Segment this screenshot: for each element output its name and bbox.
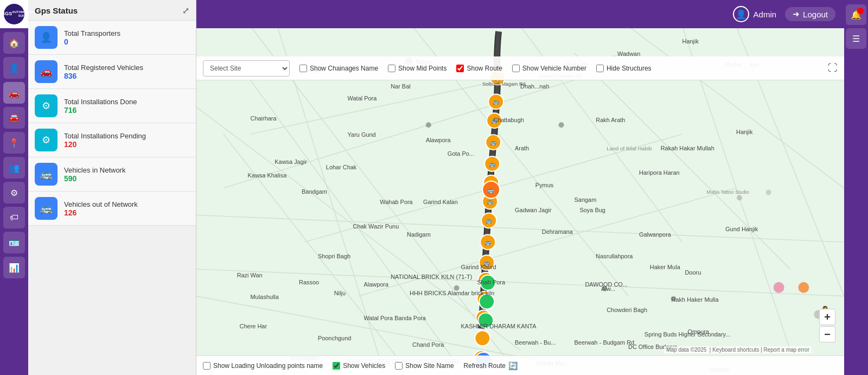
- svg-text:Yaru Gund: Yaru Gund: [348, 131, 376, 138]
- show-site-name-label[interactable]: Show Site Name: [395, 362, 454, 370]
- show-vehicles-label[interactable]: Show Vehicles: [333, 362, 385, 370]
- sidebar-icon-report[interactable]: 📊: [3, 257, 25, 278]
- right-icon-bell[interactable]: 🔔: [846, 4, 866, 25]
- svg-point-119: [671, 296, 676, 302]
- svg-text:🚌: 🚌: [487, 186, 495, 194]
- svg-text:Gund Hanjik: Gund Hanjik: [725, 226, 758, 232]
- sidebar-icon-dashboard[interactable]: 🏠: [3, 32, 25, 54]
- show-route-label[interactable]: Show Route: [456, 65, 502, 72]
- svg-text:Nilju: Nilju: [334, 290, 346, 296]
- zoom-in-button[interactable]: +: [819, 309, 835, 325]
- show-vehicle-number-checkbox[interactable]: [512, 65, 520, 72]
- map-container[interactable]: Select Site Show Chainages Name Show Mid…: [196, 28, 844, 375]
- stat-icon-done: ⚙: [35, 94, 58, 117]
- svg-point-117: [426, 122, 431, 128]
- show-vehicle-number-label[interactable]: Show Vehicle Number: [512, 65, 586, 72]
- svg-text:Nasrullahpora: Nasrullahpora: [596, 253, 633, 259]
- stat-label-out-network: Vehicles out of Network: [64, 200, 138, 208]
- svg-text:Rakah Hakar Mullah: Rakah Hakar Mullah: [661, 145, 714, 151]
- stat-value-transporters[interactable]: 0: [64, 37, 120, 46]
- hide-structures-label[interactable]: Hide Structures: [596, 65, 652, 72]
- svg-point-123: [559, 122, 564, 128]
- show-loading-checkbox[interactable]: [203, 362, 210, 370]
- svg-text:Chere Har: Chere Har: [240, 323, 267, 329]
- svg-text:Spring Buds Higher Secondary..: Spring Buds Higher Secondary...: [644, 331, 730, 338]
- show-route-checkbox[interactable]: [456, 65, 464, 72]
- site-select[interactable]: Select Site: [203, 60, 290, 77]
- svg-point-124: [737, 195, 742, 201]
- svg-text:Watal Pora: Watal Pora: [348, 95, 378, 101]
- sidebar-icon-car[interactable]: 🚘: [3, 107, 25, 129]
- hide-structures-checkbox[interactable]: [596, 65, 604, 72]
- logout-label: Logout: [803, 10, 828, 19]
- map-controls-bar: Select Site Show Chainages Name Show Mid…: [196, 56, 844, 80]
- sidebar-icon-vehicle[interactable]: 🚗: [3, 82, 25, 104]
- svg-text:HHH BRICKS Alamdar brick kiln: HHH BRICKS Alamdar brick kiln: [410, 290, 494, 296]
- logout-button[interactable]: ➜ Logout: [785, 7, 835, 21]
- svg-text:Nadigam: Nadigam: [407, 231, 431, 238]
- refresh-route-label[interactable]: Refresh Route 🔄: [464, 361, 518, 370]
- show-mid-points-checkbox[interactable]: [388, 65, 395, 72]
- svg-text:Rakh Haker Mulla: Rakh Haker Mulla: [672, 296, 719, 303]
- svg-text:Gadwan Jagir: Gadwan Jagir: [515, 207, 552, 213]
- topbar: 👤 Admin ➜ Logout: [196, 0, 844, 28]
- svg-text:Chak Wazir Punu: Chak Wazir Punu: [353, 223, 399, 230]
- svg-text:Poonchgund: Poonchgund: [318, 335, 351, 341]
- right-panel: 🔔 ☰: [844, 0, 868, 375]
- zoom-out-button[interactable]: −: [819, 326, 835, 342]
- svg-text:🚌: 🚌: [484, 239, 492, 246]
- app-logo: NYGGS AUTOMATION SUITE: [0, 0, 28, 28]
- sidebar-icon-id[interactable]: 🪪: [3, 232, 25, 253]
- svg-text:🚌: 🚌: [489, 161, 496, 168]
- svg-text:Chairhara: Chairhara: [251, 115, 277, 122]
- notification-icon: 🔔: [851, 10, 861, 20]
- zoom-controls: + −: [819, 309, 835, 342]
- stat-icon-pending: ⚙: [35, 129, 58, 151]
- stat-value-in-network[interactable]: 590: [64, 174, 125, 183]
- refresh-icon[interactable]: 🔄: [508, 361, 518, 370]
- svg-text:Soya Bug: Soya Bug: [579, 207, 605, 213]
- svg-text:Pymus: Pymus: [535, 182, 554, 188]
- svg-text:Hanjik: Hanjik: [736, 129, 753, 135]
- stat-text-done: Total Installations Done 716: [64, 98, 137, 115]
- svg-text:Haker Mula: Haker Mula: [650, 264, 681, 270]
- map-expand-icon[interactable]: ⛶: [828, 62, 838, 74]
- show-site-name-checkbox[interactable]: [395, 362, 403, 370]
- stat-value-registered[interactable]: 836: [64, 72, 143, 80]
- svg-text:Haripora Haran: Haripora Haran: [639, 169, 680, 176]
- stat-value-pending[interactable]: 120: [64, 140, 146, 149]
- gps-panel-expand-icon[interactable]: ⤢: [182, 5, 189, 16]
- svg-text:🚌: 🚌: [490, 139, 497, 146]
- sidebar-icon-location[interactable]: 📍: [3, 132, 25, 154]
- sidebar-icon-settings[interactable]: ⚙: [3, 182, 25, 204]
- svg-text:Chattabugh: Chattabugh: [493, 117, 524, 123]
- svg-text:Dooru: Dooru: [685, 269, 701, 276]
- stat-done: ⚙ Total Installations Done 716: [28, 89, 196, 123]
- stat-value-out-network[interactable]: 126: [64, 208, 138, 217]
- svg-text:🚌: 🚌: [487, 198, 494, 205]
- stat-value-done[interactable]: 716: [64, 106, 137, 115]
- svg-text:Chowderi Bagh: Chowderi Bagh: [607, 307, 647, 313]
- bottom-controls-bar: Show Loading Unloading points name Show …: [196, 355, 844, 375]
- show-loading-label[interactable]: Show Loading Unloading points name: [203, 362, 323, 370]
- svg-text:Sangam: Sangam: [575, 196, 597, 203]
- stat-text-registered: Total Registered Vehicles 836: [64, 63, 143, 80]
- right-icon-menu[interactable]: ☰: [846, 28, 866, 49]
- svg-text:Shopri Bagh: Shopri Bagh: [318, 253, 350, 259]
- sidebar-icon-users[interactable]: 👤: [3, 57, 25, 79]
- svg-text:Beerwah - Budgam Rd: Beerwah - Budgam Rd: [575, 339, 635, 346]
- svg-text:Rakh Arath: Rakh Arath: [596, 117, 625, 123]
- sidebar-icon-people[interactable]: 👥: [3, 157, 25, 179]
- stat-out-network: 🚌 Vehicles out of Network 126: [28, 192, 196, 226]
- svg-text:Gota Po...: Gota Po...: [448, 150, 474, 157]
- show-chainages-checkbox[interactable]: [299, 65, 307, 72]
- svg-text:Mulashulla: Mulashulla: [251, 294, 279, 300]
- sidebar-icon-tag[interactable]: 🏷: [3, 207, 25, 228]
- show-chainages-label[interactable]: Show Chainages Name: [299, 65, 378, 72]
- show-vehicles-checkbox[interactable]: [333, 362, 340, 370]
- show-mid-points-label[interactable]: Show Mid Points: [388, 65, 446, 72]
- main-area: 👤 Admin ➜ Logout Select Site Show Chaina…: [196, 0, 844, 375]
- gps-panel-header: Gps Status ⤢: [28, 0, 196, 21]
- admin-avatar-icon: 👤: [733, 6, 749, 22]
- stat-text-transporters: Total Transporters 0: [64, 29, 120, 46]
